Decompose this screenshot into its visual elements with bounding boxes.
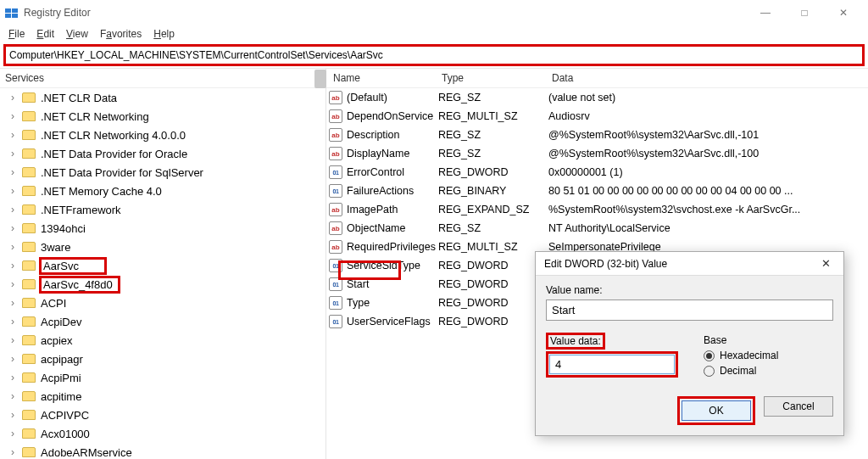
list-row[interactable]: ErrorControlREG_DWORD0x00000001 (1): [326, 163, 868, 182]
list-row[interactable]: FailureActionsREG_BINARY80 51 01 00 00 0…: [326, 182, 868, 200]
cell-type: REG_DWORD: [438, 166, 548, 178]
menu-favorites[interactable]: Favorites: [95, 26, 147, 42]
tree-item[interactable]: ›.NET CLR Data: [0, 88, 326, 107]
chevron-right-icon[interactable]: ›: [8, 334, 17, 346]
list-row[interactable]: ImagePathREG_EXPAND_SZ%SystemRoot%\syste…: [326, 200, 868, 219]
folder-icon: [22, 204, 36, 215]
tree-item[interactable]: ›3ware: [0, 238, 326, 256]
tree-item[interactable]: ›.NET Data Provider for Oracle: [0, 144, 326, 163]
col-header-type[interactable]: Type: [435, 69, 545, 87]
string-value-icon: [329, 221, 342, 235]
tree-item[interactable]: ›ACPIVPC: [0, 406, 326, 424]
chevron-right-icon[interactable]: ›: [8, 185, 17, 197]
tree-item-label: AarSvc: [39, 257, 107, 275]
cell-name: UserServiceFlags: [345, 316, 438, 327]
cell-type: REG_EXPAND_SZ: [438, 204, 548, 216]
radio-hex-label: Hexadecimal: [720, 350, 778, 361]
chevron-right-icon[interactable]: ›: [8, 241, 17, 253]
chevron-right-icon[interactable]: ›: [8, 446, 17, 458]
chevron-right-icon[interactable]: ›: [8, 92, 17, 104]
tree-item[interactable]: ›AarSvc: [0, 256, 326, 275]
chevron-right-icon[interactable]: ›: [8, 129, 17, 141]
menu-help[interactable]: Help: [148, 26, 180, 42]
folder-icon: [22, 92, 36, 103]
tree-item-label: .NET Data Provider for Oracle: [41, 148, 187, 160]
chevron-right-icon[interactable]: ›: [8, 409, 17, 421]
cancel-button[interactable]: Cancel: [764, 396, 833, 417]
menu-edit[interactable]: Edit: [31, 26, 59, 42]
list-row[interactable]: ObjectNameREG_SZNT Authority\LocalServic…: [326, 219, 868, 238]
chevron-right-icon[interactable]: ›: [8, 222, 17, 234]
tree-item[interactable]: ›acpiex: [0, 331, 326, 350]
tree-item[interactable]: ›AcpiDev: [0, 312, 326, 331]
radio-hexadecimal[interactable]: Hexadecimal: [704, 350, 778, 361]
chevron-right-icon[interactable]: ›: [8, 110, 17, 122]
list-row[interactable]: DependOnServiceREG_MULTI_SZAudiosrv: [326, 107, 868, 126]
folder-icon: [22, 354, 36, 364]
window-title: Registry Editor: [24, 7, 746, 19]
cell-name: ObjectName: [345, 222, 438, 234]
svg-rect-1: [12, 8, 18, 13]
chevron-right-icon[interactable]: ›: [8, 372, 17, 383]
tree-item[interactable]: ›.NETFramework: [0, 200, 326, 219]
cell-type: REG_DWORD: [438, 316, 548, 327]
folder-icon: [22, 223, 36, 233]
tree-pane: Services ›.NET CLR Data›.NET CLR Network…: [0, 69, 326, 459]
cell-name: Description: [345, 129, 438, 141]
folder-icon: [22, 428, 36, 439]
minimize-button[interactable]: —: [746, 0, 785, 25]
dialog-close-icon[interactable]: ✕: [815, 257, 837, 270]
tree-item[interactable]: ›ACPI: [0, 294, 326, 312]
chevron-right-icon[interactable]: ›: [8, 148, 17, 160]
radio-hex-icon: [704, 350, 715, 361]
string-value-icon: [329, 203, 342, 216]
chevron-right-icon[interactable]: ›: [8, 166, 17, 178]
chevron-right-icon[interactable]: ›: [8, 297, 17, 309]
tree-item[interactable]: ›1394ohci: [0, 219, 326, 238]
chevron-right-icon[interactable]: ›: [8, 353, 17, 365]
value-data-field[interactable]: [549, 355, 675, 374]
ok-button[interactable]: OK: [682, 400, 751, 421]
svg-rect-2: [5, 14, 11, 18]
tree-item[interactable]: ›AarSvc_4f8d0: [0, 275, 326, 294]
cell-type: REG_SZ: [438, 129, 548, 141]
cell-type: REG_DWORD: [438, 278, 548, 290]
menu-file[interactable]: File: [3, 26, 30, 42]
chevron-right-icon[interactable]: ›: [8, 390, 17, 402]
tree-item[interactable]: ›AcpiPmi: [0, 368, 326, 387]
list-row[interactable]: (Default)REG_SZ(value not set): [326, 88, 868, 107]
close-button[interactable]: ✕: [824, 0, 863, 25]
string-value-icon: [329, 91, 342, 104]
cell-type: REG_SZ: [438, 148, 548, 160]
tree-item[interactable]: ›Acx01000: [0, 424, 326, 443]
address-bar[interactable]: Computer\HKEY_LOCAL_MACHINE\SYSTEM\Curre…: [3, 44, 865, 66]
chevron-right-icon[interactable]: ›: [8, 204, 17, 216]
maximize-button[interactable]: □: [785, 0, 824, 25]
col-header-data[interactable]: Data: [545, 69, 868, 87]
radio-decimal[interactable]: Decimal: [704, 365, 778, 377]
cell-name: Type: [345, 297, 438, 309]
col-header-name[interactable]: Name: [326, 69, 435, 87]
value-name-field[interactable]: Start: [546, 299, 833, 321]
edit-dword-dialog: Edit DWORD (32-bit) Value ✕ Value name: …: [535, 251, 844, 436]
cell-name: DisplayName: [345, 148, 438, 160]
tree-item[interactable]: ›.NET Data Provider for SqlServer: [0, 163, 326, 182]
tree-scrollbar-thumb[interactable]: [314, 70, 326, 88]
tree[interactable]: ›.NET CLR Data›.NET CLR Networking›.NET …: [0, 88, 326, 459]
tree-item[interactable]: ›.NET CLR Networking 4.0.0.0: [0, 126, 326, 144]
chevron-right-icon[interactable]: ›: [8, 278, 17, 290]
tree-item[interactable]: ›acpipagr: [0, 350, 326, 368]
tree-item[interactable]: ›.NET Memory Cache 4.0: [0, 182, 326, 200]
tree-item[interactable]: ›AdobeARMservice: [0, 443, 326, 459]
folder-icon: [22, 260, 36, 271]
tree-item-label: 3ware: [41, 241, 70, 254]
menu-view[interactable]: View: [61, 26, 93, 42]
chevron-right-icon[interactable]: ›: [8, 428, 17, 439]
list-row[interactable]: DescriptionREG_SZ@%SystemRoot%\system32\…: [326, 126, 868, 144]
value-data-label: Value data:: [546, 333, 605, 350]
tree-item[interactable]: ›.NET CLR Networking: [0, 107, 326, 126]
tree-item[interactable]: ›acpitime: [0, 387, 326, 406]
chevron-right-icon[interactable]: ›: [8, 260, 17, 271]
chevron-right-icon[interactable]: ›: [8, 316, 17, 327]
list-row[interactable]: DisplayNameREG_SZ@%SystemRoot%\system32\…: [326, 144, 868, 163]
